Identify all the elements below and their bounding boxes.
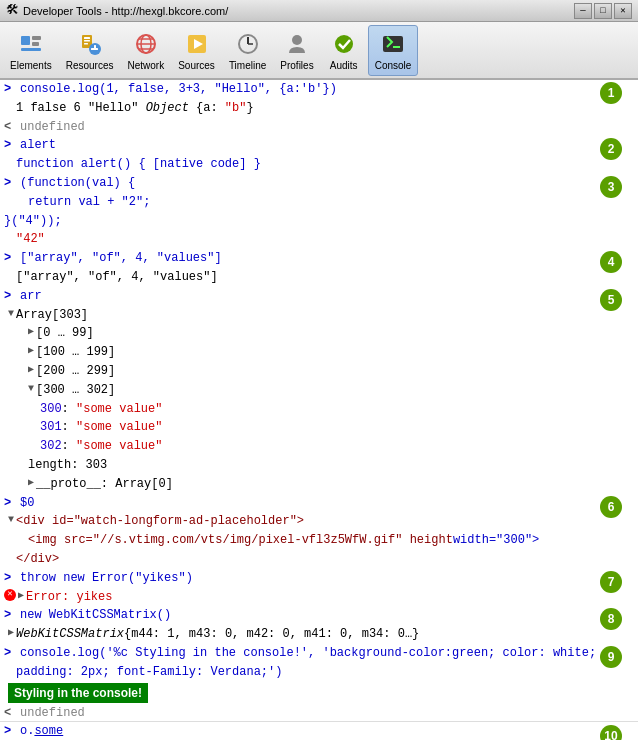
input-line-3a: > (function(val) { xyxy=(0,174,638,193)
profiles-icon xyxy=(283,30,311,58)
arr-expand-arrow[interactable]: ▼ xyxy=(8,307,14,321)
tab-audits-label: Audits xyxy=(330,60,358,71)
arr-0-label: [0 … 99] xyxy=(36,325,94,342)
prompt-2: > xyxy=(4,137,16,154)
tab-profiles-label: Profiles xyxy=(280,60,313,71)
tab-sources[interactable]: Sources xyxy=(172,26,221,75)
webkit-vals: {m44: 1, m43: 0, m42: 0, m41: 0, m34: 0…… xyxy=(124,626,419,643)
close-button[interactable]: ✕ xyxy=(614,3,632,19)
code-3a: (function(val) { xyxy=(20,175,135,192)
output-arr: ▼ Array[303] xyxy=(0,306,638,325)
undefined-line-1: < undefined xyxy=(0,118,638,137)
arr-302-k: 302: "some value" xyxy=(40,438,162,455)
error-expand[interactable]: ▶ xyxy=(18,589,24,603)
badge-9: 9 xyxy=(600,646,622,668)
output-webkit: ▶ WebKitCSSMatrix {m44: 1, m43: 0, m42: … xyxy=(0,625,638,644)
arr-proto-label: __proto__: Array[0] xyxy=(36,476,173,493)
code-7: throw new Error("yikes") xyxy=(20,570,193,587)
output-div-close: </div> xyxy=(0,550,638,569)
error-icon: ✕ xyxy=(4,589,16,601)
console-section-8: 8 > new WebKitCSSMatrix() ▶ WebKitCSSMat… xyxy=(0,606,638,644)
title-bar: 🛠 Developer Tools - http://hexgl.bkcore.… xyxy=(0,0,638,22)
prompt-1: > xyxy=(4,81,16,98)
app-icon: 🛠 xyxy=(6,3,19,18)
tab-timeline[interactable]: Timeline xyxy=(223,26,272,75)
prompt-8: > xyxy=(4,607,16,624)
console-section-5: 5 > arr ▼ Array[303] ▶ [0 … 99] ▶ [100 …… xyxy=(0,287,638,494)
undefined-1: undefined xyxy=(20,119,85,136)
arr-group-100: ▶ [100 … 199] xyxy=(0,343,638,362)
prompt-7: > xyxy=(4,570,16,587)
console-section-9: 9 > console.log('%c Styling in the conso… xyxy=(0,644,638,723)
arr-0-arrow[interactable]: ▶ xyxy=(28,325,34,339)
console-section-2: 2 > alert function alert() { [native cod… xyxy=(0,136,638,174)
maximize-button[interactable]: □ xyxy=(594,3,612,19)
arr-proto-arrow[interactable]: ▶ xyxy=(28,476,34,490)
window-title: Developer Tools - http://hexgl.bkcore.co… xyxy=(23,5,574,17)
tab-resources[interactable]: Resources xyxy=(60,26,120,75)
input-text: o. xyxy=(20,724,34,738)
console-section-3: 3 > (function(val) { return val + "2"; }… xyxy=(0,174,638,249)
arr-300-arrow[interactable]: ▼ xyxy=(28,382,34,396)
output-img: <img src="//s.vtimg.com/vts/img/pixel-vf… xyxy=(0,531,638,550)
code-1: console.log(1, false, 3+3, "Hello", {a:'… xyxy=(20,82,337,96)
prompt-5: > xyxy=(4,288,16,305)
badge-1: 1 xyxy=(600,82,622,104)
svg-rect-2 xyxy=(32,42,39,46)
arr-301-k: 301: "some value" xyxy=(40,419,162,436)
input-prompt: > xyxy=(4,724,16,738)
tab-profiles[interactable]: Profiles xyxy=(274,26,319,75)
arr-200-arrow[interactable]: ▶ xyxy=(28,363,34,377)
tab-audits[interactable]: Audits xyxy=(322,26,366,75)
div-expand-arrow[interactable]: ▼ xyxy=(8,513,14,527)
console-area[interactable]: 1 > console.log(1, false, 3+3, "Hello", … xyxy=(0,80,638,740)
input-line-9a: > console.log('%c Styling in the console… xyxy=(0,644,638,663)
styled-output-line: Styling in the console! xyxy=(0,682,638,705)
prompt-undef-9: < xyxy=(4,705,16,722)
arr-301-val: 301: "some value" xyxy=(0,418,638,437)
badge-3: 3 xyxy=(600,176,622,198)
network-icon xyxy=(132,30,160,58)
arr-label: Array[303] xyxy=(16,307,88,324)
img-tag: <img src="//s.vtimg.com/vts/img/pixel-vf… xyxy=(28,532,453,549)
tab-timeline-label: Timeline xyxy=(229,60,266,71)
img-width-label: width="300"> xyxy=(453,532,539,549)
tab-network[interactable]: Network xyxy=(122,26,171,75)
output-line-2: function alert() { [native code] } xyxy=(0,155,638,174)
tab-elements[interactable]: Elements xyxy=(4,26,58,75)
input-line-3b: return val + "2"; xyxy=(0,193,638,212)
arr-100-label: [100 … 199] xyxy=(36,344,115,361)
svg-rect-3 xyxy=(21,48,41,51)
badge-5: 5 xyxy=(600,289,622,311)
input-line-4: > ["array", "of", 4, "values"] xyxy=(0,249,638,268)
tab-console[interactable]: Console xyxy=(368,25,419,76)
elements-icon xyxy=(17,30,45,58)
svg-rect-5 xyxy=(84,37,90,39)
arr-group-200: ▶ [200 … 299] xyxy=(0,362,638,381)
input-line-2: > alert xyxy=(0,136,638,155)
minimize-button[interactable]: ─ xyxy=(574,3,592,19)
code-2: alert xyxy=(20,137,56,154)
badge-4: 4 xyxy=(600,251,622,273)
div-tag-close: </div> xyxy=(16,551,59,568)
timeline-icon xyxy=(234,30,262,58)
arr-group-0: ▶ [0 … 99] xyxy=(0,324,638,343)
code-5: arr xyxy=(20,288,42,305)
arr-length-val: length: 303 xyxy=(28,457,107,474)
styled-output: Styling in the console! xyxy=(8,683,148,704)
console-input-area[interactable]: > o. some xyxy=(0,721,638,740)
input-line-5: > arr xyxy=(0,287,638,306)
code-9b: padding: 2px; font-Family: Verdana;') xyxy=(16,664,282,681)
window-controls: ─ □ ✕ xyxy=(574,3,632,19)
console-input[interactable] xyxy=(63,724,634,738)
console-section-1: 1 > console.log(1, false, 3+3, "Hello", … xyxy=(0,80,638,136)
code-3c: }("4")); xyxy=(4,213,62,230)
output-2: function alert() { [native code] } xyxy=(16,156,261,173)
arr-302-val: 302: "some value" xyxy=(0,437,638,456)
svg-rect-0 xyxy=(21,36,30,45)
input-line-1: > console.log(1, false, 3+3, "Hello", {a… xyxy=(0,80,638,99)
svg-rect-6 xyxy=(84,40,90,42)
arr-100-arrow[interactable]: ▶ xyxy=(28,344,34,358)
badge-10: 10 xyxy=(600,725,622,740)
webkit-expand[interactable]: ▶ xyxy=(8,626,14,640)
